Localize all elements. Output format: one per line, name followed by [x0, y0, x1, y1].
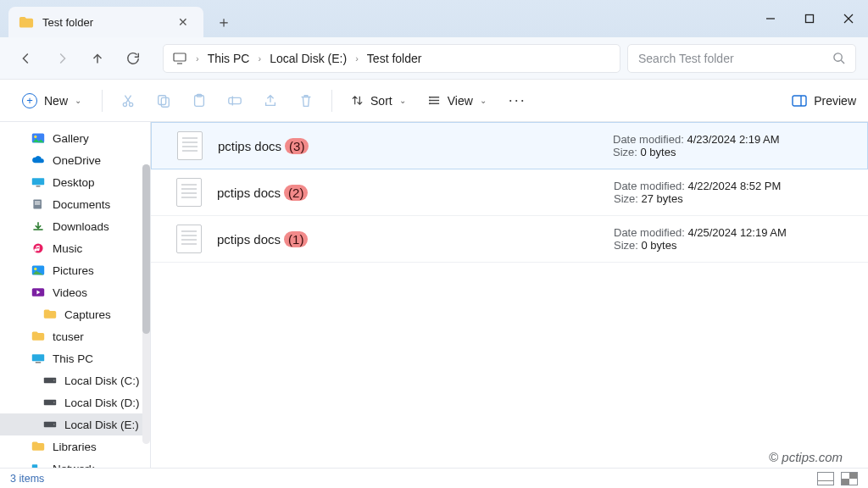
up-button[interactable]	[83, 44, 112, 73]
maximize-button[interactable]	[790, 0, 829, 37]
thumbnails-view-button[interactable]	[841, 472, 858, 485]
svg-rect-37	[36, 362, 41, 363]
file-list: pctips docs (3) Date modified: 4/23/2024…	[151, 122, 868, 468]
refresh-button[interactable]	[119, 44, 147, 73]
sidebar-item-downloads[interactable]: Downloads	[0, 215, 150, 237]
videos-icon	[31, 286, 46, 299]
sidebar-item-this-pc[interactable]: This PC	[0, 347, 150, 369]
svg-point-20	[429, 100, 431, 102]
folder-icon	[19, 16, 34, 28]
folder-icon	[42, 308, 58, 321]
text-file-icon	[177, 131, 203, 160]
back-button[interactable]	[12, 44, 41, 73]
svg-point-32	[33, 243, 42, 252]
disk-icon	[42, 396, 58, 409]
sidebar-item-videos[interactable]: Videos	[0, 281, 150, 303]
file-row[interactable]: pctips docs (1) Date modified: 4/25/2024…	[151, 216, 868, 263]
file-name: pctips docs (3)	[218, 138, 309, 154]
sidebar-item-label: Videos	[53, 286, 87, 299]
chevron-down-icon: ⌄	[399, 96, 406, 105]
cut-button[interactable]	[113, 86, 143, 116]
share-button[interactable]	[255, 86, 286, 116]
search-box[interactable]	[627, 44, 856, 73]
sidebar-item-onedrive[interactable]: OneDrive	[0, 149, 150, 171]
window-controls	[751, 0, 868, 37]
sidebar-item-label: Libraries	[53, 441, 97, 453]
tab-close-button[interactable]: ✕	[173, 14, 193, 30]
file-name: pctips docs (2)	[217, 185, 308, 201]
text-file-icon	[176, 178, 202, 207]
sidebar-item-music[interactable]: Music	[0, 237, 150, 259]
svg-point-9	[130, 103, 133, 106]
disk-icon	[42, 374, 58, 387]
more-button[interactable]: ···	[500, 92, 535, 109]
scrollbar-thumb[interactable]	[142, 164, 150, 334]
sidebar-item-network[interactable]: Network	[0, 458, 150, 468]
view-icon	[428, 94, 441, 107]
view-button[interactable]: View ⌄	[420, 89, 495, 113]
sidebar-item-libraries[interactable]: Libraries	[0, 435, 150, 458]
svg-line-7	[841, 60, 844, 64]
tab-current[interactable]: Test folder ✕	[8, 7, 203, 37]
svg-point-34	[34, 268, 36, 270]
sidebar-item-desktop[interactable]: Desktop	[0, 171, 150, 193]
delete-button[interactable]	[291, 86, 321, 116]
watermark: © pctips.com	[769, 450, 843, 464]
forward-button[interactable]	[47, 44, 76, 73]
sidebar-item-local-disk-c-[interactable]: Local Disk (C:)	[0, 369, 150, 391]
new-tab-button[interactable]: ＋	[210, 8, 237, 36]
preview-button[interactable]: Preview	[792, 94, 856, 108]
svg-point-43	[53, 424, 55, 425]
chevron-right-icon: ›	[196, 53, 199, 64]
sidebar-item-local-disk-e-[interactable]: Local Disk (E:)	[0, 413, 150, 435]
svg-point-39	[53, 380, 55, 381]
sidebar-item-gallery[interactable]: Gallery	[0, 127, 150, 149]
file-meta: Date modified: 4/25/2024 12:19 AM Size: …	[614, 226, 851, 252]
rename-button[interactable]	[220, 86, 250, 116]
svg-rect-11	[161, 97, 169, 107]
close-button[interactable]	[829, 0, 868, 37]
svg-point-21	[429, 103, 431, 104]
file-meta: Date modified: 4/22/2024 8:52 PM Size: 2…	[614, 180, 851, 205]
toolbar: + New ⌄ Sort ⌄ View ⌄ ··· Preview	[0, 80, 868, 122]
file-row[interactable]: pctips docs (3) Date modified: 4/23/2024…	[151, 122, 868, 169]
chevron-down-icon: ⌄	[480, 96, 487, 105]
minimize-button[interactable]	[751, 0, 790, 37]
sidebar-item-local-disk-d-[interactable]: Local Disk (D:)	[0, 391, 150, 413]
sidebar-item-label: This PC	[53, 352, 93, 365]
text-file-icon	[176, 225, 202, 253]
breadcrumb-drive[interactable]: Local Disk (E:)	[270, 52, 347, 65]
svg-point-19	[429, 97, 431, 98]
file-name: pctips docs (1)	[217, 231, 308, 247]
status-bar: 3 items	[0, 468, 868, 488]
sort-icon	[351, 94, 364, 107]
sidebar-item-documents[interactable]: Documents	[0, 193, 150, 215]
sidebar-item-label: Local Disk (D:)	[64, 396, 140, 409]
separator	[331, 90, 332, 112]
sort-label: Sort	[370, 94, 392, 108]
search-icon	[832, 52, 845, 64]
sidebar-item-pictures[interactable]: Pictures	[0, 259, 150, 281]
new-button[interactable]: + New ⌄	[12, 88, 92, 114]
sidebar: GalleryOneDriveDesktopDocumentsDownloads…	[0, 122, 151, 468]
breadcrumb-root[interactable]: This PC	[208, 52, 250, 65]
breadcrumb-folder[interactable]: Test folder	[367, 52, 422, 65]
svg-point-8	[123, 103, 126, 106]
music-icon	[31, 241, 46, 255]
address-bar[interactable]: › This PC › Local Disk (E:) › Test folde…	[163, 44, 620, 73]
folder-icon	[31, 440, 46, 453]
svg-rect-36	[32, 354, 44, 361]
disk-icon	[42, 418, 58, 431]
sidebar-item-captures[interactable]: Captures	[0, 303, 150, 325]
search-input[interactable]	[638, 52, 832, 65]
sidebar-item-tcuser[interactable]: tcuser	[0, 325, 150, 347]
file-meta: Date modified: 4/23/2024 2:19 AM Size: 0…	[613, 133, 850, 158]
separator	[102, 90, 103, 112]
svg-rect-10	[159, 95, 166, 104]
details-view-button[interactable]	[817, 472, 834, 485]
sort-button[interactable]: Sort ⌄	[342, 89, 415, 113]
documents-icon	[31, 197, 46, 211]
paste-button[interactable]	[184, 86, 214, 116]
file-row[interactable]: pctips docs (2) Date modified: 4/22/2024…	[151, 169, 868, 216]
copy-button[interactable]	[148, 86, 179, 116]
